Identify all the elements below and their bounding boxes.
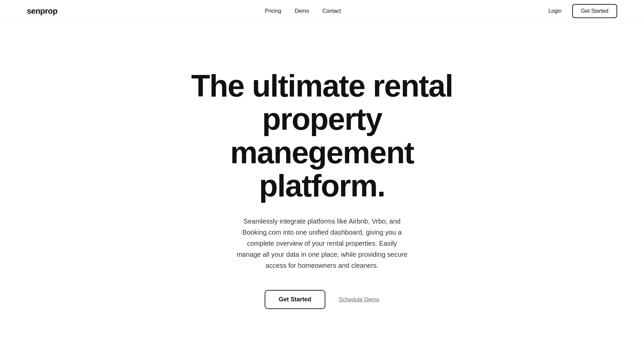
nav-links: Pricing Demo Contact: [265, 8, 341, 14]
navbar: senprop Pricing Demo Contact Login Get S…: [0, 0, 644, 22]
login-link[interactable]: Login: [548, 8, 561, 14]
nav-right: Login Get Started: [548, 4, 617, 18]
nav-link-contact[interactable]: Contact: [322, 8, 341, 14]
nav-get-started-button[interactable]: Get Started: [572, 4, 617, 18]
hero-subtitle: Seamlessly integrate platforms like Airb…: [235, 216, 409, 271]
hero-get-started-button[interactable]: Get Started: [265, 290, 325, 309]
hero-actions: Get Started Schedule Demo: [265, 290, 379, 309]
nav-link-demo[interactable]: Demo: [295, 8, 309, 14]
hero-title: The ultimate rental property manegement …: [188, 69, 456, 202]
hero-section: The ultimate rental property manegement …: [0, 22, 644, 336]
nav-link-pricing[interactable]: Pricing: [265, 8, 281, 14]
brand-logo[interactable]: senprop: [27, 6, 57, 16]
hero-schedule-demo-link[interactable]: Schedule Demo: [339, 296, 379, 303]
